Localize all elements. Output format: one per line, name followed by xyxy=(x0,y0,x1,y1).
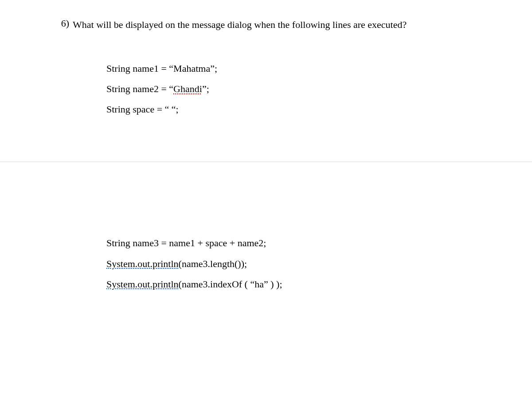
grammar-underline: System.out.println xyxy=(106,258,179,269)
code-text: ”; xyxy=(202,83,209,94)
grammar-underline: System.out.println xyxy=(106,279,179,290)
page-divider xyxy=(0,162,532,162)
code-line-2: String name2 = “Ghandi”; xyxy=(106,79,532,99)
code-text: (name3.length()); xyxy=(179,258,247,269)
code-line-3: String space = “ “; xyxy=(106,99,532,120)
code-line-4: String name3 = name1 + space + name2; xyxy=(106,233,532,253)
code-text: String name3 = name1 + space + name2; xyxy=(106,237,266,248)
code-line-5: System.out.println(name3.length()); xyxy=(106,254,532,274)
page-container: 6) What will be displayed on the message… xyxy=(0,0,532,294)
code-line-6: System.out.println(name3.indexOf ( “ha” … xyxy=(106,274,532,294)
spellcheck-underline: Ghandi xyxy=(173,83,202,94)
code-text: String name1 = “Mahatma”; xyxy=(106,63,217,74)
question-block: 6) What will be displayed on the message… xyxy=(0,18,532,32)
code-block-lower: String name3 = name1 + space + name2; Sy… xyxy=(106,233,532,294)
code-text: (name3.indexOf ( “ha” ) ); xyxy=(179,279,282,290)
code-text: String space = “ “; xyxy=(106,104,179,115)
question-text: What will be displayed on the message di… xyxy=(73,18,470,32)
question-number: 6) xyxy=(58,18,73,29)
code-block-upper: String name1 = “Mahatma”; String name2 =… xyxy=(106,58,532,120)
code-text: String name2 = “ xyxy=(106,83,173,94)
code-line-1: String name1 = “Mahatma”; xyxy=(106,58,532,79)
